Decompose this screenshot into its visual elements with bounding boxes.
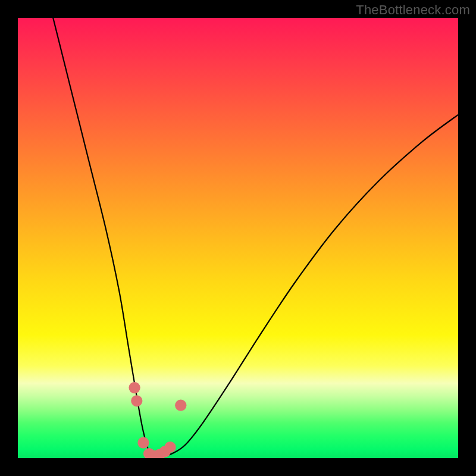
- watermark-text: TheBottleneck.com: [356, 2, 470, 18]
- curve-marker: [131, 395, 142, 406]
- bottleneck-curve-svg: [18, 18, 458, 458]
- chart-frame: TheBottleneck.com: [0, 0, 476, 476]
- curve-markers: [129, 382, 186, 458]
- curve-marker: [164, 441, 176, 453]
- bottleneck-curve: [53, 18, 458, 458]
- curve-marker: [129, 382, 140, 393]
- curve-marker: [137, 437, 149, 448]
- plot-area: [18, 18, 458, 458]
- curve-marker: [175, 400, 186, 411]
- curve-group: [53, 18, 458, 458]
